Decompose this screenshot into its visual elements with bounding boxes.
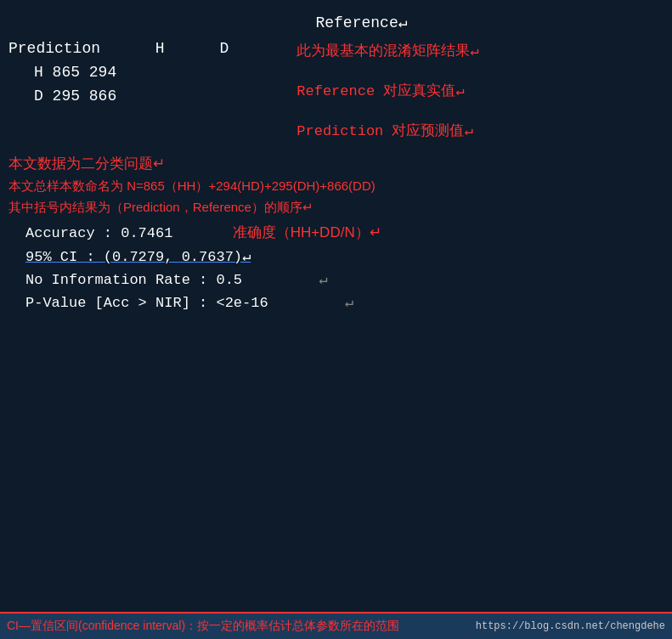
matrix-h-row: H 865 294 [8, 64, 229, 81]
stats-section: Accuracy : 0.7461 准确度（HH+DD/N）↵ 95% CI :… [8, 223, 664, 311]
reference-label: Reference↵ [315, 14, 407, 31]
matrix-d-row: D 295 866 [8, 88, 229, 105]
h-col-label: H [155, 40, 165, 57]
binary-problem-text: 本文数据为二分类问题↵ [8, 154, 664, 173]
pvalue-label: P-Value [Acc > NIR] : <2e-16 [25, 295, 268, 311]
main-content: Reference↵ Prediction H D H 865 294 D 29… [0, 0, 672, 325]
matrix-right: 此为最基本的混淆矩阵结果↵ Reference 对应真实值↵ Predictio… [229, 40, 664, 147]
nir-label: No Information Rate : 0.5 [25, 272, 242, 288]
d-col-label: D [219, 40, 229, 57]
matrix-left: Prediction H D H 865 294 D 295 866 [8, 40, 229, 105]
footer-ci-text: CI—置信区间(confidence interval)：按一定的概率估计总体参… [7, 619, 399, 634]
annotation-line2: Reference 对应真实值↵ [296, 80, 664, 103]
ci-line: 95% CI : (0.7279, 0.7637)↵ [8, 247, 664, 265]
order-text: 其中括号内结果为（Prediction，Reference）的顺序↵ [8, 200, 664, 216]
accuracy-annotation: 准确度（HH+DD/N）↵ [233, 224, 381, 240]
matrix-d-values: D 295 866 [34, 88, 116, 105]
prediction-row: Prediction H D [8, 40, 229, 57]
accuracy-line: Accuracy : 0.7461 准确度（HH+DD/N）↵ [8, 223, 664, 242]
matrix-section: Prediction H D H 865 294 D 295 866 此为最基本… [8, 40, 664, 147]
footer-bar: CI—置信区间(confidence interval)：按一定的概率估计总体参… [0, 612, 672, 639]
total-samples-text: 本文总样本数命名为 N=865（HH）+294(HD)+295(DH)+866(… [8, 178, 664, 195]
annotation-line3: Prediction 对应预测值↵ [296, 120, 664, 143]
accuracy-label: Accuracy : 0.7461 [25, 225, 172, 241]
pvalue-line: P-Value [Acc > NIR] : <2e-16 ↵ [8, 293, 664, 311]
footer-url: https://blog.csdn.net/chengdehe [476, 620, 665, 632]
nir-arrow: ↵ [319, 272, 327, 288]
ci-label: 95% CI : (0.7279, 0.7637)↵ [25, 249, 251, 265]
prediction-label: Prediction [8, 40, 100, 57]
nir-line: No Information Rate : 0.5 ↵ [8, 270, 664, 288]
pvalue-arrow: ↵ [345, 295, 353, 311]
annotation-line1: 此为最基本的混淆矩阵结果↵ [296, 40, 664, 63]
matrix-h-values: H 865 294 [34, 64, 116, 81]
reference-header: Reference↵ [8, 13, 664, 31]
